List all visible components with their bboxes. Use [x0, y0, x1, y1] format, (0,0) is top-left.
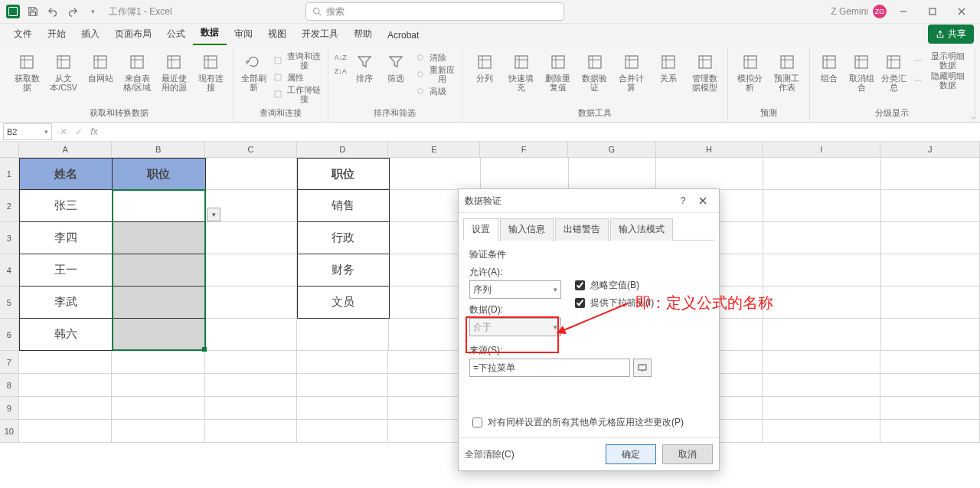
- ribbon-button[interactable]: 获取数据: [11, 51, 43, 92]
- column-header[interactable]: H: [656, 142, 763, 157]
- source-range-picker-button[interactable]: [633, 359, 652, 377]
- ribbon-button[interactable]: 现有连接: [194, 51, 227, 92]
- dialog-close-button[interactable]: [693, 192, 713, 209]
- ribbon-button[interactable]: 分列: [469, 51, 501, 84]
- menu-tab-5[interactable]: 数据: [193, 21, 227, 45]
- cell[interactable]: [206, 158, 298, 190]
- cell[interactable]: [763, 254, 881, 287]
- ribbon-button[interactable]: 合并计算: [616, 51, 648, 92]
- row-header[interactable]: 6: [0, 319, 19, 351]
- cell[interactable]: [881, 222, 980, 254]
- column-header[interactable]: B: [112, 142, 205, 157]
- minimize-button[interactable]: [891, 2, 916, 21]
- menu-tab-8[interactable]: 开发工具: [294, 23, 346, 45]
- cell[interactable]: [112, 374, 205, 397]
- save-icon[interactable]: [24, 3, 41, 20]
- qat-more[interactable]: ▾: [84, 3, 101, 20]
- ribbon-button[interactable]: 最近使用的源: [158, 51, 190, 92]
- cell[interactable]: 王一: [19, 254, 113, 287]
- ignore-blank-checkbox[interactable]: [575, 280, 585, 290]
- dropdown-arrow-checkbox[interactable]: [575, 298, 585, 308]
- cell[interactable]: 行政: [297, 222, 390, 254]
- cell[interactable]: [112, 351, 205, 374]
- ribbon-button[interactable]: 关系: [652, 51, 684, 84]
- column-header[interactable]: G: [568, 142, 656, 157]
- column-header[interactable]: J: [880, 142, 980, 157]
- cell[interactable]: 销售: [297, 190, 390, 222]
- ribbon-button[interactable]: 取消组合: [848, 51, 875, 92]
- cell[interactable]: [113, 319, 206, 351]
- cell[interactable]: [881, 190, 980, 222]
- user-avatar[interactable]: ZG: [873, 5, 887, 18]
- cell[interactable]: [113, 190, 205, 222]
- dialog-tab[interactable]: 出错警告: [555, 218, 609, 241]
- cell[interactable]: [19, 351, 113, 374]
- column-header[interactable]: I: [763, 142, 880, 157]
- cell[interactable]: [763, 374, 880, 397]
- ribbon-button[interactable]: 来自表格/区域: [121, 51, 153, 92]
- ribbon-button[interactable]: 自网站: [84, 51, 116, 84]
- undo-icon[interactable]: [44, 3, 61, 20]
- cell[interactable]: 文员: [297, 287, 390, 319]
- menu-tab-2[interactable]: 插入: [74, 23, 107, 45]
- cell[interactable]: [297, 420, 389, 443]
- ribbon-button[interactable]: 快速填充: [505, 51, 537, 92]
- menu-tab-7[interactable]: 视图: [260, 23, 294, 45]
- cell[interactable]: [481, 158, 569, 190]
- column-header[interactable]: A: [19, 142, 113, 157]
- menu-tab-10[interactable]: Acrobat: [380, 25, 426, 45]
- ribbon-button[interactable]: 模拟分析: [734, 51, 766, 92]
- cell[interactable]: [656, 158, 763, 190]
- ribbon-button[interactable]: 组合: [816, 51, 844, 84]
- cell[interactable]: [763, 190, 881, 222]
- cell[interactable]: [763, 222, 881, 254]
- cell[interactable]: [19, 374, 113, 397]
- select-all-corner[interactable]: [0, 142, 19, 157]
- ribbon-button[interactable]: 预测工作表: [771, 51, 803, 92]
- ribbon-button[interactable]: 查询和连接: [272, 51, 322, 70]
- menu-tab-1[interactable]: 开始: [40, 23, 74, 45]
- ribbon-button[interactable]: 管理数据模型: [689, 51, 721, 92]
- cell[interactable]: [763, 420, 880, 443]
- fx-icon[interactable]: fx: [87, 126, 101, 137]
- cell[interactable]: [205, 374, 297, 397]
- cell[interactable]: [881, 158, 980, 190]
- ribbon-button[interactable]: 工作簿链接: [272, 85, 322, 103]
- cell[interactable]: [763, 319, 880, 351]
- ribbon-button[interactable]: 从文本/CSV: [47, 51, 80, 92]
- dialog-tab[interactable]: 设置: [463, 218, 498, 241]
- cell[interactable]: [206, 222, 298, 254]
- cell[interactable]: [205, 420, 297, 443]
- menu-tab-3[interactable]: 页面布局: [107, 23, 159, 45]
- cell[interactable]: 姓名: [19, 158, 113, 190]
- cell[interactable]: [880, 397, 980, 420]
- ribbon-button[interactable]: 删除重复值: [542, 51, 574, 92]
- row-header[interactable]: 5: [0, 287, 19, 319]
- ok-button[interactable]: 确定: [606, 444, 656, 464]
- ribbon-button[interactable]: 清除: [414, 51, 456, 64]
- cell[interactable]: 韩六: [19, 319, 113, 351]
- row-header[interactable]: 10: [0, 420, 19, 443]
- formula-commit-icon[interactable]: ✓: [72, 126, 86, 137]
- cancel-button[interactable]: 取消: [662, 444, 713, 464]
- cell[interactable]: [113, 287, 205, 319]
- cell[interactable]: 张三: [19, 190, 113, 222]
- ribbon-button[interactable]: 筛选: [383, 51, 410, 84]
- ribbon-button[interactable]: 隐藏明细数据: [912, 71, 969, 90]
- ribbon-button[interactable]: 排序: [351, 51, 378, 84]
- menu-tab-6[interactable]: 审阅: [227, 23, 260, 45]
- formula-input[interactable]: [104, 124, 980, 139]
- ribbon-button[interactable]: 分类汇总: [880, 51, 907, 92]
- clear-all-button[interactable]: 全部清除(C): [465, 448, 514, 461]
- cell[interactable]: [297, 351, 389, 374]
- cell[interactable]: [205, 351, 297, 374]
- cell-dropdown-arrow[interactable]: ▾: [207, 208, 220, 221]
- ribbon-button[interactable]: 全部刷新: [240, 51, 267, 92]
- share-button[interactable]: 共享: [928, 25, 974, 44]
- maximize-button[interactable]: [920, 2, 945, 21]
- cell[interactable]: [112, 420, 205, 443]
- cell[interactable]: [19, 397, 113, 420]
- cell[interactable]: [880, 351, 980, 374]
- source-input[interactable]: =下拉菜单: [469, 359, 630, 377]
- row-header[interactable]: 1: [0, 158, 19, 190]
